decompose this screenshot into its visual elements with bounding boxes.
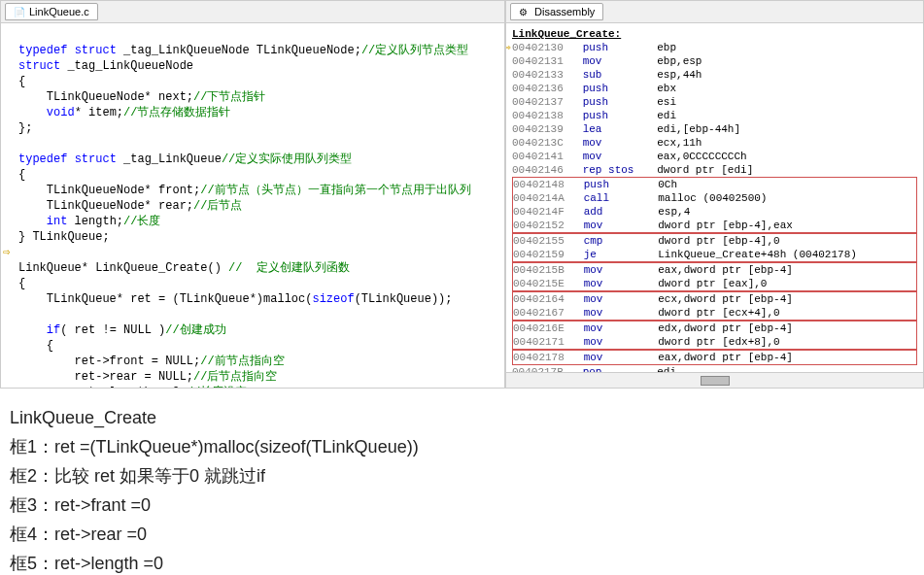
dis-box-6: 00402178 mov eax,dword ptr [ebp-4] (512, 350, 917, 365)
dis-box-3: 0040215B mov eax,dword ptr [ebp-4]004021… (512, 262, 917, 291)
dis-instruction: 0040214A call malloc (00402500) (513, 191, 916, 205)
source-tab-bar: LinkQueue.c (1, 1, 504, 23)
note-line-3: 框3：ret->frant =0 (10, 491, 914, 519)
dis-instruction: 00402148 push 0Ch (513, 178, 916, 191)
dis-instruction: 00402164 mov ecx,dword ptr [ebp-4] (513, 292, 916, 306)
dis-instruction: 00402137 push esi (512, 95, 917, 109)
dis-prologue: 00402130 push ebp00402131 mov ebp,esp004… (512, 41, 917, 177)
scrollbar-thumb[interactable] (701, 376, 730, 386)
source-pane: LinkQueue.c ⇨typedef struct _tag_LinkQue… (0, 0, 505, 389)
dis-box-4: 00402164 mov ecx,dword ptr [ebp-4]004021… (512, 291, 917, 321)
breakpoint-arrow-icon: ⇨ (3, 245, 10, 260)
dis-function-header: LinkQueue_Create: (512, 27, 917, 41)
dis-instruction: 0040213C mov ecx,11h (512, 136, 917, 150)
source-tab[interactable]: LinkQueue.c (5, 3, 98, 20)
dis-box-1: 00402148 push 0Ch0040214A call malloc (0… (512, 177, 917, 233)
disassembly-view[interactable]: ⇨ LinkQueue_Create: 00402130 push ebp004… (506, 23, 923, 372)
dis-instruction: 00402133 sub esp,44h (512, 68, 917, 82)
dis-tab-label: Disassembly (534, 6, 595, 17)
dis-instruction: 00402139 lea edi,[ebp-44h] (512, 122, 917, 136)
horizontal-scrollbar[interactable] (506, 372, 923, 388)
dis-instruction: 00402167 mov dword ptr [ecx+4],0 (513, 306, 916, 320)
annotation-notes: LinkQueue_Create 框1：ret =(TLinkQueue*)ma… (0, 389, 924, 575)
dis-tab[interactable]: Disassembly (510, 3, 603, 20)
note-line-4: 框4：ret->rear =0 (10, 521, 914, 548)
dis-instruction: 00402152 mov dword ptr [ebp-4],eax (513, 219, 916, 232)
note-line-1: 框1：ret =(TLinkQueue*)malloc(sizeof(TLink… (10, 433, 914, 460)
source-tab-label: LinkQueue.c (29, 6, 89, 17)
current-instruction-arrow-icon: ⇨ (506, 41, 511, 54)
code-editor[interactable]: ⇨typedef struct _tag_LinkQueueNode TLink… (1, 23, 504, 388)
note-line-2: 框2：比较 ret 如果等于0 就跳过if (10, 462, 914, 490)
gear-icon (519, 6, 530, 17)
dis-instruction: 0040215B mov eax,dword ptr [ebp-4] (513, 263, 916, 277)
dis-instruction: 00402130 push ebp (512, 41, 917, 54)
dis-box-2: 00402155 cmp dword ptr [ebp-4],000402159… (512, 233, 917, 262)
dis-instruction: 00402171 mov dword ptr [edx+8],0 (513, 335, 916, 349)
note-line-5: 框5：ret->length =0 (10, 550, 914, 575)
ide-container: LinkQueue.c ⇨typedef struct _tag_LinkQue… (0, 0, 924, 389)
dis-instruction: 00402136 push ebx (512, 82, 917, 95)
dis-instruction: 0040215E mov dword ptr [eax],0 (513, 277, 916, 290)
dis-epilogue: 0040217B pop edi0040217C pop esi0040217D… (512, 365, 917, 372)
dis-instruction: 00402146 rep stos dword ptr [edi] (512, 163, 917, 177)
dis-box-5: 0040216E mov edx,dword ptr [ebp-4]004021… (512, 321, 917, 350)
dis-instruction: 00402178 mov eax,dword ptr [ebp-4] (513, 351, 916, 364)
dis-instruction: 0040217B pop edi (512, 365, 917, 372)
dis-instruction: 00402131 mov ebp,esp (512, 54, 917, 68)
dis-instruction: 0040214F add esp,4 (513, 205, 916, 219)
disassembly-pane: Disassembly ⇨ LinkQueue_Create: 00402130… (505, 0, 924, 389)
file-icon (14, 6, 25, 17)
dis-instruction: 0040216E mov edx,dword ptr [ebp-4] (513, 321, 916, 335)
dis-tab-bar: Disassembly (506, 1, 923, 23)
dis-instruction: 00402138 push edi (512, 109, 917, 122)
dis-instruction: 00402141 mov eax,0CCCCCCCCh (512, 150, 917, 163)
dis-instruction: 00402155 cmp dword ptr [ebp-4],0 (513, 234, 916, 248)
note-title: LinkQueue_Create (10, 404, 914, 431)
dis-instruction: 00402159 je LinkQueue_Create+48h (004021… (513, 248, 916, 261)
